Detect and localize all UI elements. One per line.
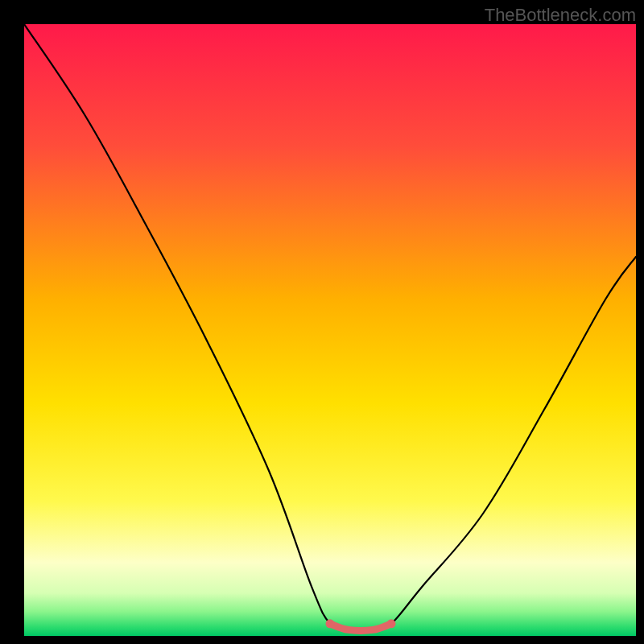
chart-plot-area [24, 24, 636, 636]
optimal-zone-dot-right [387, 619, 396, 628]
watermark-text: TheBottleneck.com [485, 5, 636, 26]
chart-svg [24, 24, 636, 636]
optimal-zone-marker [330, 624, 391, 631]
bottleneck-curve-line [24, 24, 636, 630]
optimal-zone-dot-left [326, 619, 335, 628]
